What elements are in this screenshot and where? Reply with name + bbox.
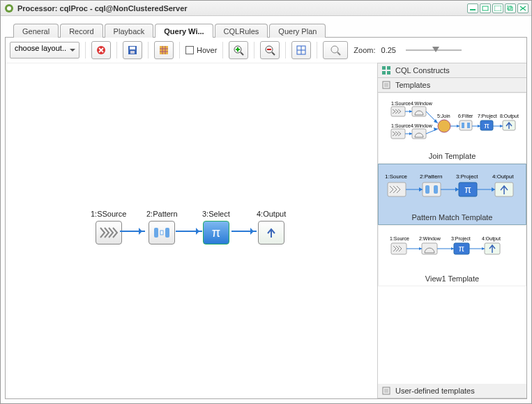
user-defined-templates-header[interactable]: User-defined templates xyxy=(378,384,526,398)
node-ssource-label: 1:SSource xyxy=(91,210,126,218)
tab-cqlrules[interactable]: CQLRules xyxy=(215,24,268,38)
svg-rect-2 xyxy=(470,9,476,10)
edge-2-3 xyxy=(176,231,202,232)
svg-rect-64 xyxy=(462,123,464,128)
svg-rect-41 xyxy=(384,83,388,87)
tab-query-wizard[interactable]: Query Wi... xyxy=(155,24,213,38)
template-join-caption: Join Template xyxy=(380,152,524,160)
svg-marker-61 xyxy=(434,127,438,131)
close-button[interactable] xyxy=(517,3,529,13)
svg-rect-80 xyxy=(434,185,438,194)
templates-label: Templates xyxy=(395,81,430,89)
templates-header[interactable]: Templates xyxy=(378,78,526,93)
zoom-slider[interactable] xyxy=(406,45,462,56)
save-icon xyxy=(127,45,138,56)
pm-n1: 1:Source xyxy=(385,173,408,180)
fit-button[interactable] xyxy=(291,41,311,59)
node-select[interactable]: 3:Select π xyxy=(202,210,230,244)
svg-text:π: π xyxy=(212,226,220,240)
svg-text:6:Filter: 6:Filter xyxy=(458,114,473,118)
zoom-select-button[interactable] xyxy=(323,41,348,59)
svg-rect-4 xyxy=(494,6,501,11)
template-view1[interactable]: 1:Source 2:Window 3:Project π 4:O xyxy=(378,225,526,286)
grid-icon xyxy=(158,45,169,56)
titlebar: Processor: cqlProc - cql@NonClusteredSer… xyxy=(1,1,531,16)
node-output[interactable]: 4:Output xyxy=(257,210,286,244)
svg-rect-14 xyxy=(130,51,135,54)
edge-1-2 xyxy=(120,231,145,232)
v1-n1: 1:Source xyxy=(390,236,409,241)
zoom-in-button[interactable] xyxy=(229,41,248,59)
svg-rect-15 xyxy=(160,46,168,54)
app-window: Processor: cqlProc - cql@NonClusteredSer… xyxy=(0,0,532,404)
svg-rect-63 xyxy=(459,121,472,130)
svg-text:7:Project: 7:Project xyxy=(478,114,497,119)
svg-rect-33 xyxy=(165,228,169,238)
fit-icon xyxy=(296,45,307,56)
svg-marker-89 xyxy=(492,187,495,192)
zoom-slider-thumb[interactable] xyxy=(432,47,439,52)
zoom-value: 0.25 xyxy=(381,46,396,54)
template-join-thumb: 1:Source 4:Window 1:Source xyxy=(380,96,524,148)
toolbar-separator xyxy=(85,42,86,59)
svg-rect-38 xyxy=(382,71,386,75)
svg-text:1:Source: 1:Source xyxy=(391,101,411,106)
zoom-out-button[interactable] xyxy=(260,41,280,59)
node-pattern[interactable]: 2:Pattern xyxy=(146,210,178,244)
restore-down-button[interactable] xyxy=(480,3,491,13)
v1-n4: 4:Output xyxy=(482,236,501,242)
maximize-button[interactable] xyxy=(492,3,503,13)
grid-button[interactable] xyxy=(154,41,174,59)
template-join[interactable]: 1:Source 4:Window 1:Source xyxy=(378,93,526,164)
svg-text:1:Source: 1:Source xyxy=(391,123,411,128)
window-buttons xyxy=(467,3,529,13)
pattern-icon xyxy=(149,221,175,244)
tab-query-plan[interactable]: Query Plan xyxy=(269,24,326,38)
hover-checkbox[interactable] xyxy=(185,46,194,54)
restore-button[interactable] xyxy=(505,3,516,13)
tab-playback[interactable]: Playback xyxy=(105,24,154,38)
save-button[interactable] xyxy=(123,41,142,59)
template-pattern-match[interactable]: 1:Source 2:Pattern 3:Project π 4: xyxy=(378,164,526,225)
content-area: General Record Playback Query Wi... CQLR… xyxy=(1,16,531,403)
pi-icon: π xyxy=(203,221,229,244)
constructs-icon xyxy=(381,65,391,75)
clear-button[interactable] xyxy=(91,41,111,59)
layout-select[interactable]: choose layout.. xyxy=(10,42,79,59)
svg-marker-99 xyxy=(451,247,454,250)
panel: choose layout.. Hover xyxy=(5,37,527,399)
svg-line-31 xyxy=(337,52,340,55)
svg-text:π: π xyxy=(458,244,464,254)
work-area: 1:SSource 2:Pattern 3:Select π 4:Output xyxy=(6,63,526,398)
svg-marker-101 xyxy=(482,247,485,250)
svg-text:4:Window: 4:Window xyxy=(411,101,433,106)
zoom-out-icon xyxy=(264,45,275,56)
svg-text:4:Window: 4:Window xyxy=(411,123,433,128)
svg-rect-32 xyxy=(154,228,158,238)
minimize-button[interactable] xyxy=(467,3,478,13)
svg-marker-72 xyxy=(478,125,480,127)
node-ssource[interactable]: 1:SSource xyxy=(91,210,126,244)
svg-line-21 xyxy=(241,52,243,55)
templates-icon xyxy=(381,80,391,90)
tab-general[interactable]: General xyxy=(13,24,59,38)
tab-record[interactable]: Record xyxy=(60,24,102,38)
v1-n2: 2:Window xyxy=(419,236,441,241)
user-templates-icon xyxy=(381,386,391,396)
toolbar-separator xyxy=(222,42,223,59)
templates-list: 1:Source 4:Window 1:Source xyxy=(378,93,526,384)
template-pattern-thumb: 1:Source 2:Pattern 3:Project π 4: xyxy=(380,167,524,209)
canvas[interactable]: 1:SSource 2:Pattern 3:Select π 4:Output xyxy=(6,63,377,398)
user-defined-templates-label: User-defined templates xyxy=(395,387,475,395)
svg-rect-37 xyxy=(387,66,390,70)
hover-toggle[interactable]: Hover xyxy=(185,46,217,54)
svg-text:π: π xyxy=(484,121,489,130)
cql-constructs-header[interactable]: CQL Constructs xyxy=(378,63,526,78)
svg-point-57 xyxy=(438,120,450,132)
svg-marker-76 xyxy=(500,125,503,127)
app-icon xyxy=(3,3,15,14)
svg-marker-87 xyxy=(455,187,459,192)
svg-text:π: π xyxy=(464,184,471,195)
toolbar-separator xyxy=(285,42,286,59)
node-pattern-label: 2:Pattern xyxy=(146,210,178,218)
